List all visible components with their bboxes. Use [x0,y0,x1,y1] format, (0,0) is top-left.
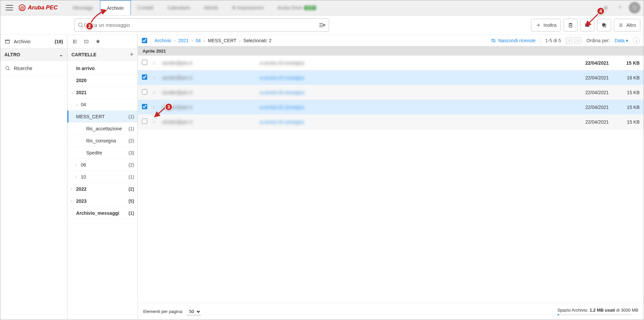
annotation-2-arrow [89,9,116,24]
left-sidebar: Archivio (18) ALTRO ⌄ Ricerche [0,35,67,320]
chevron-down-icon: ⌄ [59,52,63,57]
user-avatar[interactable] [629,2,640,13]
delete-button[interactable] [564,19,578,31]
tab-contatti[interactable]: Contatti [131,0,161,15]
row-checkbox[interactable] [142,89,147,94]
svg-text:@: @ [20,5,24,10]
per-page-label: Elementi per pagina: [143,309,183,314]
sidebar-archive-header[interactable]: Archivio (18) [0,35,67,48]
message-row[interactable]: ☆sender@pec.it● avviso di consegna22/04/… [138,85,644,100]
folder-ric-consegna[interactable]: Ric_consegna(2) [67,135,138,147]
tab-calendario[interactable]: Calendario [161,0,197,15]
crumb-current: MESS_CERT [208,38,236,43]
help-icon[interactable]: ? [615,3,625,13]
row-subject: ● avviso di consegna [260,60,565,66]
folder-06[interactable]: ›06(2) [67,159,138,171]
page-info: 1-5 di 5 [545,38,561,43]
pin-icon[interactable] [94,38,102,45]
more-button[interactable]: Altro [614,19,640,31]
top-right: ⊞ ? [601,2,640,13]
svg-point-7 [323,24,325,26]
sort-label: Ordina per: [586,38,610,43]
row-checkbox[interactable] [142,60,147,65]
copy-icon [601,22,607,28]
folder-label: 10 [81,174,126,180]
add-folder-icon[interactable]: + [130,51,133,58]
tab-attivita[interactable]: Attività [197,0,225,15]
more-label: Altro [626,22,636,28]
select-all-checkbox[interactable] [142,38,147,43]
svg-rect-9 [602,23,605,26]
row-date: 22/04/2021 [569,105,609,110]
main-panel: Archivio› 2021› 04› MESS_CERT› Seleziona… [138,35,644,320]
folder-label: Spedite [86,150,126,155]
section-altro-header[interactable]: ALTRO ⌄ [0,48,67,61]
folder-2021[interactable]: ⌄2021 [67,86,138,99]
folder-label: Archivio_messaggi [76,210,126,216]
star-icon[interactable]: ☆ [152,60,158,66]
page-next-button[interactable]: › [574,37,582,44]
crumb-archivio[interactable]: Archivio [155,38,171,43]
breadcrumb-right: Nascondi ricevute 1-5 di 5 ‹ › Ordina pe… [490,37,640,44]
annotation-4: 4 [597,7,605,15]
folder-04[interactable]: ⌄04 [67,99,138,111]
per-page-select[interactable]: 50 [186,308,201,315]
star-icon[interactable]: ☆ [152,75,158,80]
search-input[interactable] [84,22,319,28]
sort-field-dropdown[interactable]: Data ▾ [615,38,628,43]
row-from: sender@pec.it [162,60,256,66]
row-from: sender@pec.it [162,75,256,80]
folder-mess-cert[interactable]: MESS_CERT(1) [67,111,138,123]
folders-tree: In arrivo2020⌄2021⌄04MESS_CERT(1)Ric_acc… [67,61,138,220]
row-checkbox[interactable] [142,119,147,124]
svg-rect-19 [73,42,74,43]
breadcrumb-bar: Archivio› 2021› 04› MESS_CERT› Seleziona… [138,35,644,46]
page-prev-button[interactable]: ‹ [566,37,573,44]
collapse-tree-icon[interactable] [71,38,79,45]
archive-count: (18) [55,39,63,44]
folder-2022[interactable]: ›2022(2) [67,183,138,195]
folder-archivio-messaggi[interactable]: Archivio_messaggi(1) [67,207,138,219]
folder-in-arrivo[interactable]: In arrivo [67,62,138,74]
sort-direction-icon[interactable]: ↓ [633,37,640,44]
crumb-selected: Selezionati: 2 [244,38,272,43]
message-row[interactable]: ☆sender@pec.it● avviso di consegna22/04/… [138,115,644,129]
folder-spedite[interactable]: Spedite(3) [67,147,138,159]
tab-drive[interactable]: Aruba Drive NEW [271,0,323,15]
hide-receipts-label: Nascondi ricevute [498,38,536,43]
chevron-icon: ⌄ [71,90,74,94]
folder-count: (1) [128,174,134,180]
chevron-icon: ⌄ [75,103,79,106]
folder-ric-accettazione[interactable]: Ric_accettazione(1) [67,123,138,135]
folder-count: (2) [128,138,134,143]
row-date: 22/04/2021 [569,119,609,125]
message-row[interactable]: ☆sender@pec.it● avviso di consegna22/04/… [138,70,644,85]
annotation-3: 3 [165,103,173,111]
folder-2023[interactable]: ›2023(5) [67,195,138,207]
row-checkbox[interactable] [142,74,147,80]
message-row[interactable]: ☆sender@pec.it● avviso di consegna22/04/… [138,100,644,115]
folder-count: (1) [128,114,134,119]
star-icon[interactable]: ☆ [152,90,158,95]
star-icon[interactable]: ☆ [152,119,158,125]
folder-10[interactable]: ›10(1) [67,171,138,183]
sidebar-item-ricerche[interactable]: Ricerche [0,61,67,76]
message-row[interactable]: ☆sender@pec.it● avviso di consegna22/04/… [138,56,644,70]
crumb-2021[interactable]: 2021 [178,38,189,43]
menu-lines-icon [618,23,624,27]
hide-receipts-toggle[interactable]: Nascondi ricevute [490,38,536,43]
trash-icon [568,22,573,28]
row-checkbox[interactable] [142,104,147,109]
folders-sidebar: + CARTELLE + In arrivo2020⌄2021⌄04MESS_C… [67,35,138,320]
forward-button[interactable]: Inoltra [531,19,561,31]
message-list: ☆sender@pec.it● avviso di consegna22/04/… [138,56,644,129]
tab-impostazioni[interactable]: ⚙ Impostazioni [225,0,271,15]
advanced-search-icon[interactable] [319,22,325,28]
new-folder-tree-icon[interactable]: + [83,38,90,45]
folder-count: (2) [128,162,134,168]
folders-toolbar: + [67,35,138,48]
folder-count: (3) [128,150,134,155]
menu-hamburger-icon[interactable] [4,2,15,13]
crumb-04[interactable]: 04 [196,38,201,43]
folder-2020[interactable]: 2020 [67,74,138,86]
